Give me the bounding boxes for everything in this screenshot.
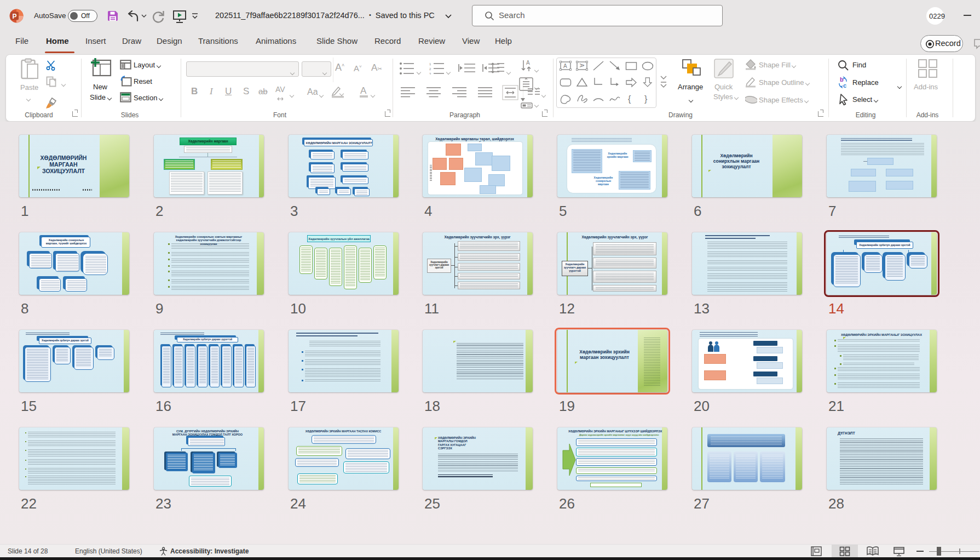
svg-text:2: 2 <box>429 67 431 71</box>
svg-text:1: 1 <box>429 62 431 66</box>
svg-text:{: { <box>628 94 631 104</box>
svg-text:A: A <box>579 64 585 67</box>
svg-text:A: A <box>526 60 530 66</box>
svg-text:P: P <box>12 13 16 20</box>
svg-text:3: 3 <box>429 72 431 75</box>
svg-text:A: A <box>563 63 567 69</box>
svg-text:c: c <box>843 82 846 89</box>
svg-text:}: } <box>644 94 648 104</box>
